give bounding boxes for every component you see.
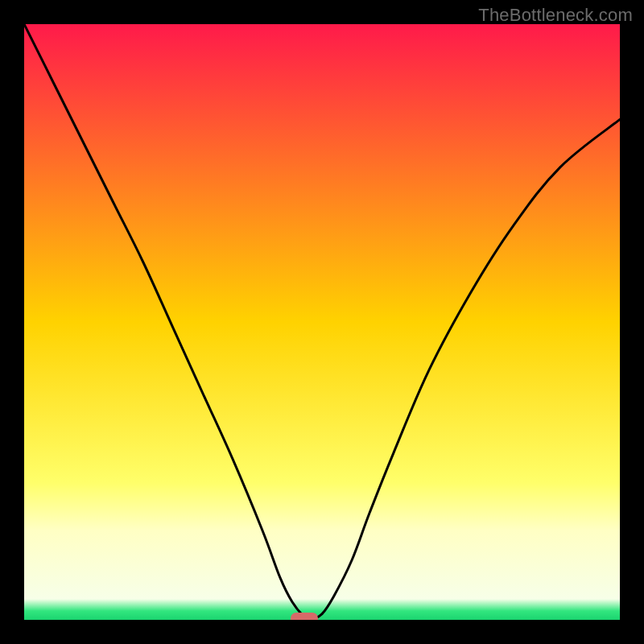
bottleneck-curve: [24, 24, 620, 620]
minimum-marker: [291, 613, 318, 620]
plot-area: [24, 24, 620, 620]
chart-frame: TheBottleneck.com: [0, 0, 644, 644]
watermark-label: TheBottleneck.com: [478, 5, 633, 26]
